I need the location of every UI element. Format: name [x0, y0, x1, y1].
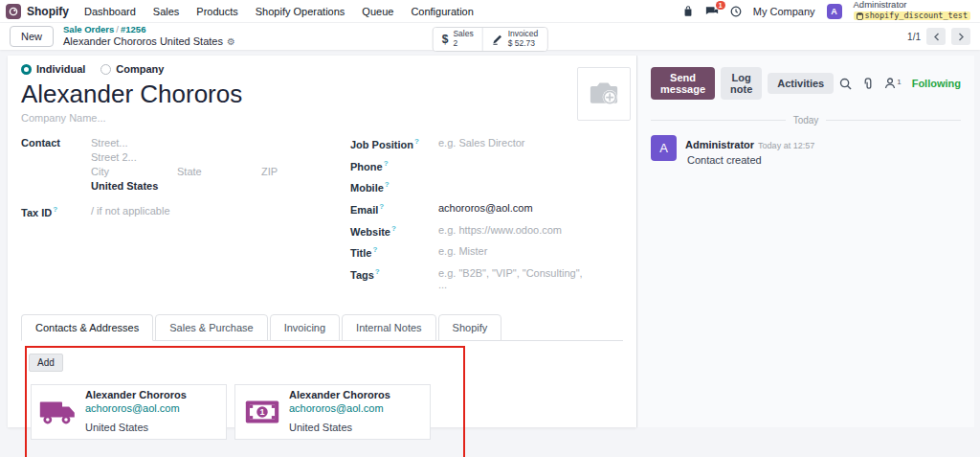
help-mark: ?	[414, 137, 419, 146]
invoiced-stat-button[interactable]: Invoiced $ 52.73	[482, 28, 547, 51]
top-navbar: Shopify Dashboard Sales Products Shopify…	[0, 0, 980, 23]
new-button[interactable]: New	[10, 26, 54, 47]
radio-individual[interactable]: Individual	[21, 63, 85, 75]
message-author-avatar: A	[651, 135, 677, 161]
database-name: shopify_discount_test	[865, 11, 968, 20]
help-mark: ?	[372, 245, 377, 254]
street-input[interactable]: Street...	[91, 137, 325, 149]
email-label: Email?	[350, 202, 438, 216]
help-mark: ?	[385, 180, 390, 189]
email-input[interactable]: achororos@aol.com	[438, 202, 533, 216]
contact-form-sheet: Individual Company Alexander Chororos Co…	[8, 56, 636, 427]
database-badge: shopify_discount_test	[854, 11, 970, 20]
radio-selected-icon	[21, 64, 32, 75]
help-mark: ?	[53, 205, 57, 214]
tab-sales-purchase[interactable]: Sales & Purchase	[155, 314, 267, 341]
activities-clock-icon[interactable]	[730, 6, 742, 17]
control-panel: New Sale Orders/#1256 Alexander Chororos…	[0, 23, 980, 50]
radio-company[interactable]: Company	[100, 63, 164, 75]
pager-next-button[interactable]	[951, 28, 970, 45]
contact-address-label: Contact	[21, 137, 91, 192]
send-message-button[interactable]: Send message	[651, 67, 715, 100]
breadcrumb: Sale Orders/#1256 Alexander Chororos Uni…	[63, 25, 235, 48]
shopify-logo-icon[interactable]	[6, 4, 21, 19]
city-input[interactable]: City	[91, 166, 177, 177]
menu-item-dashboard[interactable]: Dashboard	[84, 6, 136, 17]
activities-button[interactable]: Activities	[768, 73, 834, 94]
radio-unselected-icon	[100, 64, 111, 75]
chatter-message: A AdministratorToday at 12:57 Contact cr…	[651, 135, 961, 166]
help-mark: ?	[384, 159, 389, 168]
message-body: Contact created	[685, 154, 814, 166]
user-avatar[interactable]: A	[827, 4, 842, 19]
money-bill-icon: 1	[235, 400, 289, 424]
breadcrumb-separator: /	[116, 24, 119, 34]
chatter-panel: Send message Log note Activities 1 Follo…	[636, 56, 974, 427]
settings-gear-icon[interactable]: ⚙	[227, 36, 235, 48]
user-menu[interactable]: Administrator shopify_discount_test	[854, 0, 970, 22]
main-menu: Dashboard Sales Products Shopify Operati…	[84, 6, 474, 17]
contacts-addresses-panel: Add Alexander Chororos achororos@aol.com	[21, 341, 623, 457]
invoice-address-card[interactable]: 1 Alexander Chororos achororos@aol.com U…	[234, 384, 431, 440]
title-input[interactable]: e.g. Mister	[438, 245, 487, 259]
log-note-button[interactable]: Log note	[721, 67, 762, 100]
menu-item-queue[interactable]: Queue	[362, 6, 393, 17]
card-contact-name: Alexander Chororos	[85, 389, 187, 402]
card-contact-country: United States	[85, 422, 187, 435]
breadcrumb-current: Alexander Chororos United States	[63, 35, 223, 48]
dollar-sign-icon: $	[442, 33, 449, 46]
pager-previous-button[interactable]	[926, 28, 946, 45]
message-timestamp: Today at 12:57	[758, 141, 814, 150]
search-messages-icon[interactable]	[839, 78, 852, 90]
tab-invoicing[interactable]: Invoicing	[270, 314, 340, 341]
street2-input[interactable]: Street 2...	[91, 151, 325, 163]
state-input[interactable]: State	[177, 166, 261, 177]
followers-icon[interactable]: 1	[884, 78, 901, 89]
contact-name-field[interactable]: Alexander Chororos	[21, 80, 623, 109]
tags-input[interactable]: e.g. "B2B", "VIP", "Consulting", ...	[438, 267, 590, 290]
sales-stat-value: 2	[453, 39, 473, 49]
delivery-truck-icon	[32, 397, 85, 427]
contact-type-selector: Individual Company	[21, 63, 623, 75]
tab-internal-notes[interactable]: Internal Notes	[342, 314, 435, 341]
card-contact-email[interactable]: achororos@aol.com	[85, 402, 187, 416]
nav-right-cluster: 1 My Company A Administrator shopify_dis…	[682, 0, 970, 22]
shop-bag-icon[interactable]	[682, 6, 694, 17]
zip-input[interactable]: ZIP	[261, 166, 319, 177]
followers-count: 1	[897, 78, 901, 86]
add-address-button[interactable]: Add	[29, 354, 63, 372]
contact-photo-uploader[interactable]	[577, 67, 631, 121]
menu-item-configuration[interactable]: Configuration	[411, 6, 473, 17]
menu-item-sales[interactable]: Sales	[153, 6, 180, 17]
menu-item-shopify-operations[interactable]: Shopify Operations	[256, 6, 345, 17]
app-title[interactable]: Shopify	[27, 5, 69, 18]
company-name-field[interactable]: Company Name...	[21, 112, 623, 124]
menu-item-products[interactable]: Products	[196, 6, 237, 17]
date-divider-label: Today	[793, 115, 819, 126]
card-contact-email[interactable]: achororos@aol.com	[289, 402, 390, 416]
tab-contacts-addresses[interactable]: Contacts & Addresses	[21, 314, 153, 341]
radio-company-label: Company	[116, 63, 164, 75]
tax-id-input[interactable]: / if not applicable	[91, 205, 170, 218]
following-toggle[interactable]: Following	[912, 78, 961, 89]
tab-shopify[interactable]: Shopify	[438, 314, 502, 341]
notebook-tabs: Contacts & Addresses Sales & Purchase In…	[21, 314, 623, 341]
country-select[interactable]: United States	[91, 180, 325, 192]
company-switcher[interactable]: My Company	[753, 6, 815, 17]
card-contact-country: United States	[289, 422, 390, 435]
help-mark: ?	[379, 202, 384, 211]
delivery-address-card[interactable]: Alexander Chororos achororos@aol.com Uni…	[31, 384, 227, 440]
messages-icon[interactable]: 1	[705, 6, 719, 17]
main-content: Individual Company Alexander Chororos Co…	[8, 56, 974, 427]
invoiced-stat-value: $ 52.73	[508, 39, 539, 49]
breadcrumb-sale-orders[interactable]: Sale Orders	[63, 24, 114, 34]
breadcrumb-record[interactable]: #1256	[121, 24, 145, 34]
help-mark: ?	[391, 224, 396, 233]
job-position-input[interactable]: e.g. Sales Director	[438, 137, 524, 150]
chatter-toolbar: Send message Log note Activities 1 Follo…	[651, 67, 961, 100]
sales-stat-button[interactable]: $ Sales 2	[434, 28, 482, 51]
address-card-list: Alexander Chororos achororos@aol.com Uni…	[31, 384, 623, 440]
date-divider: Today	[651, 115, 961, 126]
website-input[interactable]: e.g. https://www.odoo.com	[438, 224, 562, 238]
attachment-paperclip-icon[interactable]	[862, 78, 874, 90]
